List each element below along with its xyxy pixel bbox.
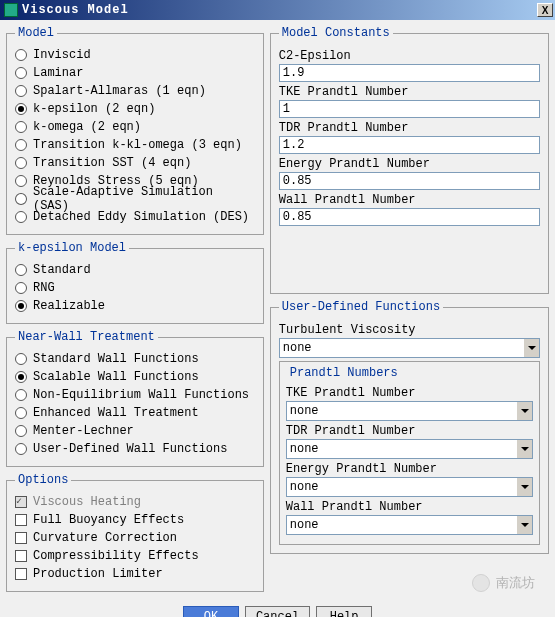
radio-icon — [15, 121, 27, 133]
radio-icon — [15, 282, 27, 294]
constants-group: Model Constants C2-EpsilonTKE Prandtl Nu… — [270, 26, 549, 294]
model-list-item[interactable]: k-epsilon (2 eqn) — [15, 100, 255, 118]
watermark-text: 南流坊 — [496, 574, 535, 592]
kepsilon-list-item[interactable]: Realizable — [15, 297, 255, 315]
kepsilon-list-item[interactable]: RNG — [15, 279, 255, 297]
dropdown-value: none — [290, 480, 516, 494]
prandtl-legend: Prandtl Numbers — [288, 366, 400, 380]
radio-icon — [15, 49, 27, 61]
radio-icon — [15, 443, 27, 455]
checkbox-icon — [15, 550, 27, 562]
nearwall-list-item[interactable]: Non-Equilibrium Wall Functions — [15, 386, 255, 404]
chevron-down-icon — [523, 339, 539, 357]
option-label: Full Buoyancy Effects — [33, 513, 184, 527]
radio-icon — [15, 175, 27, 187]
nearwall-list-item[interactable]: Scalable Wall Functions — [15, 368, 255, 386]
constant-label: TKE Prandtl Number — [279, 85, 540, 99]
kepsilon-list-item[interactable]: Standard — [15, 261, 255, 279]
options-legend: Options — [15, 473, 71, 487]
constant-label: Wall Prandtl Number — [279, 193, 540, 207]
options-group: Options Viscous HeatingFull Buoyancy Eff… — [6, 473, 264, 592]
radio-icon — [15, 371, 27, 383]
model-legend: Model — [15, 26, 57, 40]
radio-icon — [15, 193, 27, 205]
radio-label: Scale-Adaptive Simulation (SAS) — [33, 185, 255, 213]
model-list-item[interactable]: k-omega (2 eqn) — [15, 118, 255, 136]
turb-visc-value: none — [283, 341, 523, 355]
close-button[interactable]: X — [537, 3, 553, 17]
nearwall-list-item[interactable]: Menter-Lechner — [15, 422, 255, 440]
prandtl-dropdown[interactable]: none — [286, 401, 533, 421]
model-list-item[interactable]: Detached Eddy Simulation (DES) — [15, 208, 255, 226]
radio-icon — [15, 157, 27, 169]
model-list-item[interactable]: Transition k-kl-omega (3 eqn) — [15, 136, 255, 154]
option-item[interactable]: Compressibility Effects — [15, 547, 255, 565]
model-list-item[interactable]: Laminar — [15, 64, 255, 82]
turb-visc-dropdown[interactable]: none — [279, 338, 540, 358]
radio-label: Inviscid — [33, 48, 91, 62]
prandtl-label: TDR Prandtl Number — [286, 424, 533, 438]
nearwall-list-item[interactable]: User-Defined Wall Functions — [15, 440, 255, 458]
radio-label: Standard Wall Functions — [33, 352, 199, 366]
radio-label: Detached Eddy Simulation (DES) — [33, 210, 249, 224]
prandtl-label: TKE Prandtl Number — [286, 386, 533, 400]
radio-icon — [15, 85, 27, 97]
prandtl-label: Energy Prandtl Number — [286, 462, 533, 476]
radio-label: Non-Equilibrium Wall Functions — [33, 388, 249, 402]
radio-label: Menter-Lechner — [33, 424, 134, 438]
radio-icon — [15, 211, 27, 223]
model-group: Model InviscidLaminarSpalart-Allmaras (1… — [6, 26, 264, 235]
model-list-item[interactable]: Transition SST (4 eqn) — [15, 154, 255, 172]
option-item: Viscous Heating — [15, 493, 255, 511]
nearwall-legend: Near-Wall Treatment — [15, 330, 158, 344]
option-label: Curvature Correction — [33, 531, 177, 545]
constant-label: C2-Epsilon — [279, 49, 540, 63]
udf-legend: User-Defined Functions — [279, 300, 443, 314]
watermark: 南流坊 — [472, 574, 535, 592]
constant-input[interactable] — [279, 136, 540, 154]
ok-button[interactable]: OK — [183, 606, 239, 617]
help-button[interactable]: Help — [316, 606, 372, 617]
model-list-item[interactable]: Scale-Adaptive Simulation (SAS) — [15, 190, 255, 208]
checkbox-icon — [15, 496, 27, 508]
radio-icon — [15, 300, 27, 312]
constant-label: TDR Prandtl Number — [279, 121, 540, 135]
window-title: Viscous Model — [22, 3, 537, 17]
radio-label: Realizable — [33, 299, 105, 313]
radio-label: k-epsilon (2 eqn) — [33, 102, 155, 116]
turb-visc-label: Turbulent Viscosity — [279, 323, 540, 337]
constant-input[interactable] — [279, 172, 540, 190]
chevron-down-icon — [516, 516, 532, 534]
radio-icon — [15, 67, 27, 79]
option-item[interactable]: Curvature Correction — [15, 529, 255, 547]
cancel-button[interactable]: Cancel — [245, 606, 310, 617]
watermark-icon — [472, 574, 490, 592]
option-item[interactable]: Full Buoyancy Effects — [15, 511, 255, 529]
prandtl-dropdown[interactable]: none — [286, 477, 533, 497]
chevron-down-icon — [516, 440, 532, 458]
constant-input[interactable] — [279, 64, 540, 82]
dropdown-value: none — [290, 404, 516, 418]
checkbox-icon — [15, 568, 27, 580]
radio-label: User-Defined Wall Functions — [33, 442, 227, 456]
model-list-item[interactable]: Inviscid — [15, 46, 255, 64]
nearwall-list-item[interactable]: Standard Wall Functions — [15, 350, 255, 368]
option-label: Viscous Heating — [33, 495, 141, 509]
prandtl-dropdown[interactable]: none — [286, 439, 533, 459]
option-item[interactable]: Production Limiter — [15, 565, 255, 583]
model-list-item[interactable]: Spalart-Allmaras (1 eqn) — [15, 82, 255, 100]
constant-input[interactable] — [279, 100, 540, 118]
radio-label: Transition k-kl-omega (3 eqn) — [33, 138, 242, 152]
prandtl-dropdown[interactable]: none — [286, 515, 533, 535]
dropdown-value: none — [290, 518, 516, 532]
titlebar: Viscous Model X — [0, 0, 555, 20]
nearwall-group: Near-Wall Treatment Standard Wall Functi… — [6, 330, 264, 467]
radio-label: Standard — [33, 263, 91, 277]
radio-label: Enhanced Wall Treatment — [33, 406, 199, 420]
constant-input[interactable] — [279, 208, 540, 226]
radio-label: Scalable Wall Functions — [33, 370, 199, 384]
dropdown-value: none — [290, 442, 516, 456]
nearwall-list-item[interactable]: Enhanced Wall Treatment — [15, 404, 255, 422]
radio-label: k-omega (2 eqn) — [33, 120, 141, 134]
udf-group: User-Defined Functions Turbulent Viscosi… — [270, 300, 549, 554]
